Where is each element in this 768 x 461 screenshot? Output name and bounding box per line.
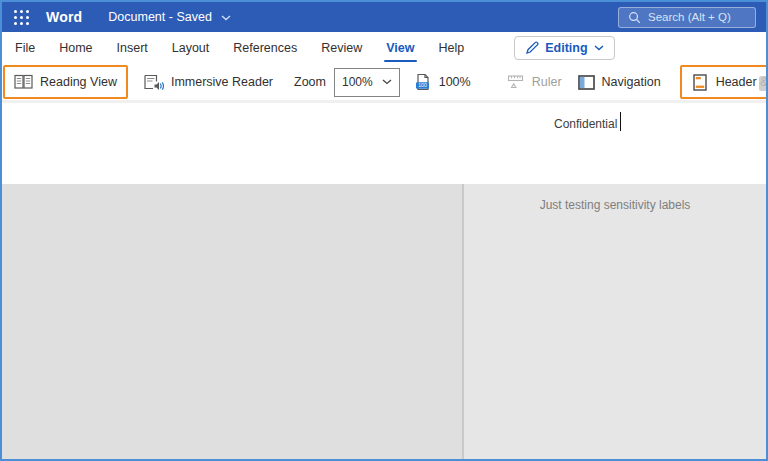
menu-layout[interactable]: Layout [172, 41, 210, 55]
app-name[interactable]: Word [46, 9, 82, 25]
chevron-down-icon [221, 15, 231, 21]
ruler-icon [507, 74, 525, 90]
body-text: Just testing sensitivity labels [540, 198, 691, 212]
navigation-label: Navigation [602, 75, 661, 89]
ruler-button-disabled: Ruler [505, 70, 564, 94]
zoom-100-button[interactable]: 100 100% [412, 69, 473, 95]
search-icon [628, 11, 641, 24]
pencil-icon [525, 41, 539, 55]
reading-view-label: Reading View [40, 75, 117, 89]
header-footer-button[interactable]: Header & Footer [691, 70, 768, 95]
menu-home[interactable]: Home [59, 41, 92, 55]
editing-mode-button[interactable]: Editing [514, 36, 614, 60]
canvas-background [2, 184, 462, 459]
text-cursor [620, 112, 621, 131]
navigation-pane-icon [578, 75, 595, 90]
zoom-100-label: 100% [439, 75, 471, 89]
immersive-reader-button[interactable]: Immersive Reader [141, 70, 275, 95]
word-online-window: Word Document - Saved Search (Alt + Q) F… [0, 0, 768, 461]
ruler-label: Ruler [532, 75, 562, 89]
navigation-button[interactable]: Navigation [576, 71, 663, 94]
header-footer-page-icon [693, 74, 707, 91]
search-input[interactable]: Search (Alt + Q) [618, 7, 756, 28]
zoom-label: Zoom [294, 75, 326, 89]
menu-insert[interactable]: Insert [117, 41, 148, 55]
titlebar: Word Document - Saved Search (Alt + Q) [2, 2, 766, 32]
immersive-reader-icon [143, 74, 164, 91]
document-title-status[interactable]: Document - Saved [108, 10, 231, 24]
document-status-label: Document - Saved [108, 10, 212, 24]
document-header-area[interactable]: Confidential [2, 103, 766, 184]
reading-view-highlight: Reading View [3, 65, 128, 99]
chevron-down-icon [382, 79, 392, 85]
header-footer-highlight: Header & Footer [680, 65, 768, 99]
chevron-down-icon [594, 45, 604, 51]
editing-label: Editing [545, 41, 587, 55]
menu-view-active[interactable]: View [386, 41, 414, 55]
zoom-100-page-icon: 100 [414, 73, 432, 91]
menubar: File Home Insert Layout References Revie… [2, 32, 766, 64]
reading-view-button[interactable]: Reading View [12, 70, 119, 94]
svg-text:100: 100 [418, 82, 427, 88]
menu-references[interactable]: References [233, 41, 297, 55]
clipped-ribbon-icon [759, 76, 768, 91]
menu-help[interactable]: Help [439, 41, 465, 55]
zoom-level-value: 100% [342, 75, 373, 89]
document-body-area: Just testing sensitivity labels [2, 184, 766, 459]
zoom-level-dropdown[interactable]: 100% [334, 68, 400, 97]
app-launcher-icon[interactable] [12, 8, 30, 26]
open-book-icon [14, 74, 33, 90]
ribbon-view-tab: Reading View Immersive Reader Zoom 100% [2, 64, 766, 103]
header-text: Confidential [554, 115, 617, 133]
menu-file[interactable]: File [15, 41, 35, 55]
search-placeholder: Search (Alt + Q) [648, 11, 731, 23]
menu-review[interactable]: Review [321, 41, 362, 55]
dimmed-page-content[interactable]: Just testing sensitivity labels [464, 184, 766, 459]
immersive-reader-label: Immersive Reader [171, 75, 273, 89]
